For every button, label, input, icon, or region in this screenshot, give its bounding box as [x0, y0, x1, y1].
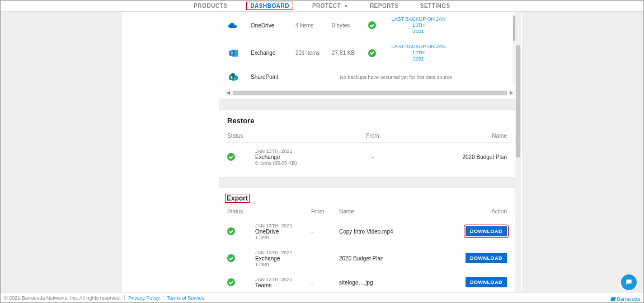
restore-detail: 6 items (65.05 KB)	[255, 160, 345, 166]
restore-title: Restore	[219, 110, 520, 129]
nav-settings[interactable]: SETTINGS	[418, 2, 453, 10]
export-date: JAN 13TH, 2021	[255, 250, 311, 255]
scroll-right-icon[interactable]: ▶	[508, 90, 515, 95]
download-button[interactable]: DOWNLOAD	[466, 277, 507, 287]
h-from: From	[311, 208, 339, 215]
footer-copyright: © 2021 Barracuda Networks, Inc. All righ…	[4, 295, 121, 301]
nav-dashboard[interactable]: DASHBOARD	[246, 2, 293, 10]
last-backup-line1: LAST BACKUP ON JAN 13TH	[391, 16, 445, 28]
check-circle-icon	[368, 49, 376, 57]
h-status: Status	[227, 133, 255, 139]
export-date: JAN 13TH, 2021	[255, 223, 311, 229]
last-backup-line2: 2021	[413, 56, 424, 62]
last-backup-link[interactable]: LAST BACKUP ON JAN 12TH 2021	[385, 44, 452, 62]
svg-text:S: S	[231, 75, 233, 79]
export-name: 2020 Budget Plan	[339, 255, 406, 262]
export-row: JAN 13TH, 2021 Exchange 1 item - 2020 Bu…	[227, 245, 513, 272]
export-from: -	[311, 279, 339, 286]
restore-service: Exchange	[255, 154, 345, 160]
h-action: Action	[406, 208, 513, 215]
chat-widget-button[interactable]	[621, 274, 637, 290]
service-label: OneDrive	[251, 22, 290, 29]
export-date: JAN 13TH, 2021	[255, 277, 311, 282]
page-body: OneDrive 4 items 0 bytes LAST BACKUP ON …	[1, 12, 643, 292]
check-circle-icon	[227, 254, 235, 262]
export-from: -	[311, 255, 339, 262]
export-row: JAN 13TH, 2021 Teams - sitelogo….jpg DOW…	[227, 272, 513, 292]
backup-row-exchange: Exchange 201 items 27.81 KB LAST BACKUP …	[225, 39, 515, 67]
check-circle-icon	[227, 278, 235, 286]
backup-table: OneDrive 4 items 0 bytes LAST BACKUP ON …	[225, 12, 515, 87]
check-circle-icon	[227, 227, 235, 235]
scroll-left-icon[interactable]: ◀	[225, 90, 232, 95]
brand-label: Barracuda	[617, 296, 640, 302]
export-title: Export	[225, 194, 250, 203]
backup-panel: OneDrive 4 items 0 bytes LAST BACKUP ON …	[219, 12, 521, 99]
export-name: Copy Intro Video.mp4	[339, 229, 406, 235]
backup-items: 201 items	[295, 50, 326, 56]
export-from: -	[311, 229, 339, 235]
last-backup-line2: 2021	[413, 29, 424, 34]
check-circle-icon	[227, 153, 235, 161]
last-backup-link[interactable]: LAST BACKUP ON JAN 13TH 2021	[385, 16, 452, 34]
h-name: Name	[339, 208, 406, 215]
export-table-header: Status From Name Action	[227, 205, 513, 218]
footer-privacy-link[interactable]: Privacy Policy	[124, 295, 159, 301]
footer: © 2021 Barracuda Networks, Inc. All righ…	[1, 292, 643, 302]
backup-row-onedrive: OneDrive 4 items 0 bytes LAST BACKUP ON …	[225, 12, 515, 39]
download-button[interactable]: DOWNLOAD	[466, 226, 507, 236]
restore-name: 2020 Budget Plan	[401, 154, 513, 160]
nav-protect[interactable]: PROTECT ▼	[310, 2, 351, 10]
h-from: From	[345, 133, 401, 139]
restore-table-header: Status From Name	[227, 129, 513, 143]
download-button[interactable]: DOWNLOAD	[466, 253, 507, 263]
scroll-thumb[interactable]	[516, 45, 520, 157]
last-backup-line1: LAST BACKUP ON JAN 12TH	[391, 44, 445, 55]
scroll-track[interactable]	[233, 91, 507, 95]
onedrive-icon	[228, 20, 239, 31]
brand-logo: Barracuda	[611, 296, 640, 302]
exchange-icon	[228, 48, 239, 59]
export-panel: Export Status From Name Action JA	[219, 188, 521, 292]
export-meta: JAN 13TH, 2021 Exchange 1 item	[255, 250, 311, 267]
export-detail: 1 item	[255, 235, 311, 240]
top-nav: PRODUCTS DASHBOARD PROTECT ▼ REPORTS SET…	[1, 1, 643, 12]
nav-reports[interactable]: REPORTS	[368, 2, 401, 10]
backup-size: 0 bytes	[332, 22, 363, 29]
export-service: OneDrive	[255, 229, 311, 235]
content-wrap: OneDrive 4 items 0 bytes LAST BACKUP ON …	[122, 12, 522, 292]
h-status: Status	[227, 208, 255, 215]
restore-row: JAN 13TH, 2021 Exchange 6 items (65.05 K…	[227, 143, 513, 171]
restore-from: -	[345, 154, 401, 160]
export-name: sitelogo….jpg	[339, 279, 406, 286]
h-name: Name	[401, 133, 513, 139]
restore-panel: Restore Status From Name JAN 13TH, 2021	[219, 109, 521, 178]
service-label: Exchange	[251, 50, 290, 56]
chevron-down-icon: ▼	[344, 4, 348, 9]
restore-date: JAN 13TH, 2021	[255, 148, 345, 154]
sharepoint-icon: S	[228, 72, 239, 83]
nav-protect-label: PROTECT	[312, 3, 341, 9]
page-vertical-scrollbar[interactable]	[515, 12, 521, 292]
backup-items: 4 items	[295, 22, 326, 29]
service-label: SharePoint	[251, 74, 290, 80]
backup-size: 27.81 KB	[332, 50, 363, 56]
export-service: Exchange	[255, 255, 311, 262]
no-backups-note: No backups have occurred yet for this da…	[332, 74, 452, 80]
check-circle-icon	[368, 21, 376, 29]
dashboard-scroll-area: OneDrive 4 items 0 bytes LAST BACKUP ON …	[219, 12, 521, 292]
export-meta: JAN 13TH, 2021 Teams	[255, 277, 311, 288]
export-detail: 1 item	[255, 262, 311, 267]
restore-meta: JAN 13TH, 2021 Exchange 6 items (65.05 K…	[255, 148, 345, 166]
export-meta: JAN 13TH, 2021 OneDrive 1 item	[255, 223, 311, 240]
footer-terms-link[interactable]: Terms of Service	[163, 295, 204, 301]
export-row: JAN 13TH, 2021 OneDrive 1 item - Copy In…	[227, 218, 513, 245]
nav-products[interactable]: PRODUCTS	[191, 2, 229, 10]
horizontal-scrollbar[interactable]: ◀ ▶	[225, 90, 515, 96]
export-service: Teams	[255, 282, 311, 288]
backup-row-sharepoint: S SharePoint No backups have occurred ye…	[225, 67, 515, 87]
